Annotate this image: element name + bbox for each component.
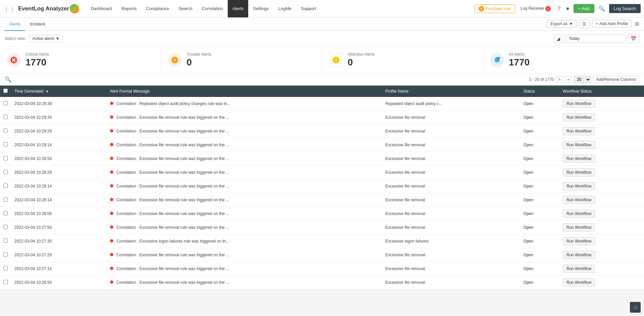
row-checkbox-3[interactable] — [3, 142, 8, 147]
svg-point-7 — [498, 57, 500, 59]
trouble-alert-icon: !! — [168, 53, 182, 67]
row-time-4: 2022-03-04 10:28:50 — [11, 152, 107, 165]
row-checkbox-6[interactable] — [3, 183, 8, 188]
help-button[interactable]: ? — [556, 4, 562, 13]
row-checkbox-10[interactable] — [3, 239, 8, 243]
col-profile-name[interactable]: Profile Name — [382, 86, 520, 97]
col-status[interactable]: Status — [520, 86, 559, 97]
next-page-button[interactable]: > — [556, 76, 563, 83]
run-workflow-button-10[interactable]: Run Workflow — [563, 237, 595, 245]
select-all-checkbox[interactable] — [3, 89, 8, 93]
run-workflow-button-11[interactable]: Run Workflow — [563, 251, 595, 259]
search-button[interactable]: 🔍 — [597, 4, 606, 13]
row-checkbox-12[interactable] — [3, 266, 8, 270]
run-workflow-button-6[interactable]: Run Workflow — [563, 182, 595, 190]
tab-incident[interactable]: Incident — [25, 17, 50, 31]
date-filter-input[interactable] — [565, 35, 626, 43]
svg-text:!: ! — [335, 57, 337, 63]
attention-alerts-label: Attention Alerts — [348, 52, 375, 57]
run-workflow-button-9[interactable]: Run Workflow — [563, 223, 595, 231]
last-page-button[interactable]: » — [565, 76, 572, 83]
nav-reports[interactable]: Reports — [117, 0, 142, 17]
settings-gear-button[interactable]: ⚙ — [635, 21, 639, 27]
log-search-button[interactable]: Log Search — [609, 4, 641, 13]
row-checkbox-2[interactable] — [3, 128, 8, 133]
top-navigation: ⋮⋮ EventLog Analyzer Dashboard Reports C… — [0, 0, 644, 17]
run-workflow-button-1[interactable]: Run Workflow — [563, 113, 595, 121]
col-time-generated[interactable]: Time Generated ▼ — [11, 86, 107, 97]
run-workflow-button-12[interactable]: Run Workflow — [563, 265, 595, 273]
row-checkbox-1[interactable] — [3, 115, 8, 119]
calendar-button[interactable]: 📅 — [628, 34, 639, 43]
table-row: 2022-03-04 10:29:35 Correlation : Excess… — [0, 110, 644, 124]
row-checkbox-4[interactable] — [3, 156, 8, 160]
nav-compliance[interactable]: Compliance — [142, 0, 174, 17]
nav-correlation[interactable]: Correlation — [197, 0, 228, 17]
row-checkbox-13[interactable] — [3, 280, 8, 284]
row-checkbox-7[interactable] — [3, 197, 8, 202]
run-workflow-button-13[interactable]: Run Workflow — [563, 278, 595, 286]
add-remove-columns-button[interactable]: Add/Remove Columns — [593, 76, 639, 83]
row-checkbox-0[interactable] — [3, 101, 8, 105]
nav-logme[interactable]: LogMe — [273, 0, 296, 17]
purchase-now-button[interactable]: $ Purchase now — [474, 4, 515, 13]
add-alert-profile-button[interactable]: + Add Alert Profile — [592, 20, 632, 28]
nav-alerts[interactable]: Alerts — [228, 0, 248, 17]
row-checkbox-cell — [0, 262, 11, 275]
add-label: + Add — [578, 6, 590, 11]
row-status-8: Open — [520, 207, 559, 220]
run-workflow-button-7[interactable]: Run Workflow — [563, 196, 595, 204]
nav-dashboard[interactable]: Dashboard — [86, 0, 117, 17]
run-workflow-button-3[interactable]: Run Workflow — [563, 141, 595, 149]
row-checkbox-cell — [0, 234, 11, 248]
user-account-button[interactable]: ● — [565, 4, 571, 13]
severity-dot-7 — [110, 198, 113, 201]
per-page-select[interactable]: 20 50 100 — [574, 76, 591, 83]
row-checkbox-5[interactable] — [3, 170, 8, 174]
row-message-8: Correlation : Excessive file removal rul… — [107, 207, 382, 220]
trouble-alerts-card: !! Trouble Alerts 0 — [161, 47, 322, 73]
severity-dot-0 — [110, 102, 113, 105]
row-checkbox-8[interactable] — [3, 211, 8, 215]
row-profile-1: Excessive file removal — [382, 110, 520, 124]
col-alert-message[interactable]: Alert Format Message — [107, 86, 382, 97]
severity-dot-12 — [110, 267, 113, 270]
run-workflow-button-4[interactable]: Run Workflow — [563, 155, 595, 163]
row-time-9: 2022-03-04 10:27:50 — [11, 220, 107, 234]
all-alerts-label: All Alerts — [509, 52, 530, 57]
attention-alerts-card: ! Attention Alerts 0 — [322, 47, 483, 73]
row-profile-4: Excessive file removal — [382, 152, 520, 165]
active-alerts-select[interactable]: Active alerts ▼ — [29, 35, 62, 42]
tab-alerts[interactable]: Alerts — [5, 17, 25, 31]
nav-support[interactable]: Support — [296, 0, 321, 17]
attention-alerts-count: 0 — [348, 57, 375, 68]
table-row: 2022-03-04 10:27:29 Correlation : Excess… — [0, 248, 644, 262]
row-checkbox-cell — [0, 165, 11, 179]
attention-alert-icon: ! — [329, 53, 343, 67]
col-workflow-status[interactable]: Workflow Status — [559, 86, 644, 97]
log-receiver-button[interactable]: Log Receiver 2 — [518, 5, 553, 13]
row-profile-8: Excessive file removal — [382, 207, 520, 220]
nav-settings[interactable]: Settings — [248, 0, 273, 17]
row-checkbox-cell — [0, 152, 11, 165]
app-grid-icon[interactable]: ⋮⋮ — [3, 5, 15, 12]
run-workflow-button-0[interactable]: Run Workflow — [563, 100, 595, 108]
add-profile-label: Add Alert Profile — [599, 21, 628, 26]
run-workflow-button-5[interactable]: Run Workflow — [563, 168, 595, 176]
run-workflow-button-2[interactable]: Run Workflow — [563, 127, 595, 135]
row-status-12: Open — [520, 262, 559, 275]
row-message-11: Correlation : Excessive file removal rul… — [107, 248, 382, 262]
add-button[interactable]: + Add — [574, 4, 594, 13]
nav-search[interactable]: Search — [174, 0, 197, 17]
row-checkbox-9[interactable] — [3, 225, 8, 229]
critical-alerts-label: Critical Alerts — [25, 52, 49, 57]
table-view-button[interactable]: ☰ — [579, 20, 589, 28]
row-message-12: Correlation : Excessive file removal rul… — [107, 262, 382, 275]
row-checkbox-11[interactable] — [3, 252, 8, 257]
filter-button[interactable]: ◢ — [553, 34, 563, 43]
row-profile-9: Excessive file removal — [382, 220, 520, 234]
table-search-icon[interactable]: 🔍 — [5, 76, 11, 83]
run-workflow-button-8[interactable]: Run Workflow — [563, 210, 595, 218]
export-as-button[interactable]: Export as ▼ — [547, 20, 577, 28]
log-search-label: Log Search — [614, 6, 636, 11]
